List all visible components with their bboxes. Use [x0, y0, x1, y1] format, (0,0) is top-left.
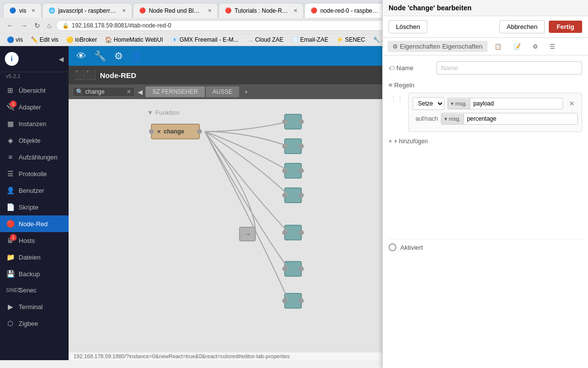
node-2-port-left: [282, 144, 287, 149]
main-content: 👁 🔧 ⚙ 👤 ⬛⬛ Node-RED Übernahme (deploy) ▾…: [69, 46, 588, 360]
search-input[interactable]: [85, 88, 124, 95]
node-2-port-right: [299, 144, 304, 149]
sidebar-item-terminal[interactable]: ▶ Terminal: [0, 298, 69, 315]
canvas-node-change[interactable]: ✕ change: [151, 124, 200, 139]
node-port-right: [197, 129, 202, 134]
header-wrench-icon[interactable]: 🔧: [94, 50, 106, 62]
rule-action-select[interactable]: Setze: [413, 99, 444, 110]
bookmark-cloud[interactable]: ☁️ Cloud ZAE: [244, 35, 287, 44]
lock-icon: 🔒: [62, 23, 69, 29]
tab-javascript-close[interactable]: ✕: [122, 8, 126, 13]
bookmark-email[interactable]: ✉️ Email-ZAE: [289, 35, 331, 44]
sidebar-item-uebersicht[interactable]: ⊞ Übersicht: [0, 82, 69, 99]
sidebar-item-aufzaehlungen[interactable]: ≡ Aufzählungen: [0, 149, 69, 165]
node-6-port-right: [299, 266, 304, 271]
canvas-node-2[interactable]: [284, 138, 302, 154]
canvas-node-4[interactable]: [284, 187, 302, 203]
rule-target-type-badge[interactable]: ▾ msg.: [448, 99, 470, 109]
tab-blockly[interactable]: 🔴 Node Red und Blockly Scripte ✕: [133, 3, 218, 18]
canvas-node-3[interactable]: [284, 163, 302, 179]
node-6-port-left: [282, 266, 287, 271]
search-clear-icon[interactable]: ✕: [126, 88, 131, 95]
sidebar-label-terminal: Terminal: [19, 303, 43, 311]
bookmark-iobroker[interactable]: 🟡 ioBroker: [63, 35, 100, 44]
header-eye-icon[interactable]: 👁: [76, 51, 86, 62]
activate-label: Aktiviert: [400, 244, 423, 251]
bookmark-homematic[interactable]: 🏠 HomeMatic WebUI: [102, 35, 166, 44]
rule-value-row: auf/nach ▾ msg.: [413, 113, 578, 125]
sidebar-item-benutzer[interactable]: 👤 Benutzer: [0, 182, 69, 199]
flow-tab-ausse[interactable]: AUSSE: [206, 86, 240, 97]
forward-button[interactable]: →: [19, 21, 29, 30]
sidebar-label-zigbee: Zigbee: [19, 320, 38, 327]
rule-value-input-group: ▾ msg.: [441, 113, 578, 125]
bookmark-vis[interactable]: 🔵 vis: [4, 35, 26, 44]
sidebar-label-dateien: Dateien: [19, 254, 41, 261]
back-button[interactable]: ←: [5, 21, 16, 30]
tab-javascript-icon: 🌐: [49, 7, 55, 14]
aufzaehlungen-icon: ≡: [6, 153, 15, 161]
canvas-node-arrow[interactable]: →: [239, 227, 256, 241]
add-rule-button[interactable]: + + hinzufügen: [389, 136, 428, 147]
adapter-badge: 1: [10, 101, 17, 107]
node-3-port-left: [282, 168, 287, 173]
tab-javascript[interactable]: 🌐 javascript - raspberrypi ✕: [42, 3, 132, 18]
tab-blockly-icon: 🔴: [139, 7, 146, 14]
home-button[interactable]: ⌂: [45, 21, 53, 30]
sidebar-label-objekte: Objekte: [19, 137, 41, 144]
tab-tutorials-label: Tutorials : Node-RED: [235, 7, 289, 14]
search-box[interactable]: 🔍 ✕: [73, 87, 135, 97]
app-logo: i: [5, 52, 19, 66]
nodered-title: Node-RED: [100, 71, 136, 79]
tab-vis-label: vis: [19, 7, 26, 14]
rule-delete-button[interactable]: ✕: [566, 99, 578, 108]
tab-vis-close[interactable]: ✕: [31, 8, 35, 13]
arrow-icon: →: [245, 231, 251, 237]
sidebar-item-instanzen[interactable]: ▦ Instanzen: [0, 115, 69, 132]
sidebar-collapse-btn[interactable]: ◀: [59, 55, 64, 63]
bookmark-editvis[interactable]: ✏️ Edit vis: [28, 35, 62, 44]
tab-vis[interactable]: 🔵 vis ✕: [3, 3, 42, 18]
rule-value-input[interactable]: [464, 113, 577, 124]
header-person-icon[interactable]: 👤: [131, 50, 143, 62]
sidebar-item-zigbee[interactable]: ⬡ Zigbee: [0, 315, 69, 332]
canvas-node-7[interactable]: [284, 293, 302, 309]
sidebar-item-protokolle[interactable]: ☰ Protokolle: [0, 165, 69, 182]
activate-circle-icon[interactable]: [389, 243, 396, 251]
tab-tutorials[interactable]: 🔴 Tutorials : Node-RED ✕: [219, 3, 304, 18]
rule-item: Setze ▾ msg. ✕: [408, 99, 582, 132]
section-arrow-icon: ▼: [147, 109, 153, 116]
flow-tab-sz-fernseher[interactable]: SZ FERNSEHER: [146, 86, 205, 97]
plus-icon: +: [389, 138, 392, 145]
canvas-node-6[interactable]: [284, 261, 302, 277]
tab-nodered[interactable]: 🔴 node-red-0 - raspberrypi ✕: [304, 3, 394, 18]
rule-drag-handle[interactable]: ⋮⋮: [389, 99, 405, 104]
panel-spacer: [389, 147, 582, 235]
sidebar-item-backup[interactable]: 💾 Backup: [0, 265, 69, 282]
bookmark-senec[interactable]: ⚡ SENEC: [333, 35, 368, 44]
search-icon: 🔍: [76, 88, 83, 95]
sidebar-item-nodered[interactable]: 🔴 Node-Red: [0, 215, 69, 232]
sidebar-item-senec[interactable]: SINEC Senec: [0, 282, 69, 298]
section-label-funktion: ▼ Funktion: [147, 109, 180, 116]
node-7-port-left: [282, 298, 287, 303]
header-gear-icon[interactable]: ⚙: [114, 50, 123, 62]
nodered-logo: ⬛⬛ Node-RED: [74, 70, 136, 80]
sidebar-item-objekte[interactable]: ◈ Objekte: [0, 132, 69, 149]
bookmark-gmx[interactable]: 📧 GMX Freemail - E-M...: [168, 35, 242, 44]
tab-blockly-close[interactable]: ✕: [208, 8, 212, 13]
rule-target-input[interactable]: [470, 99, 563, 109]
sidebar-item-dateien[interactable]: 📁 Dateien: [0, 249, 69, 265]
canvas-node-5[interactable]: [284, 225, 302, 240]
reload-button[interactable]: ↻: [32, 21, 42, 30]
rule-value-type-badge[interactable]: ▾ msg.: [441, 114, 464, 124]
tab-left-arrow[interactable]: ◀: [136, 88, 145, 96]
tab-add-button[interactable]: +: [240, 88, 252, 96]
sidebar-label-backup: Backup: [19, 270, 40, 278]
sidebar-item-hosts[interactable]: 1 🖥 Hosts: [0, 232, 69, 249]
change-node-label: change: [164, 128, 184, 135]
sidebar-item-skripte[interactable]: 📄 Skripte: [0, 199, 69, 215]
canvas-node-1[interactable]: [284, 114, 302, 130]
sidebar-item-adapter[interactable]: 1 🔌 Adapter: [0, 99, 69, 115]
tab-tutorials-close[interactable]: ✕: [294, 8, 297, 13]
